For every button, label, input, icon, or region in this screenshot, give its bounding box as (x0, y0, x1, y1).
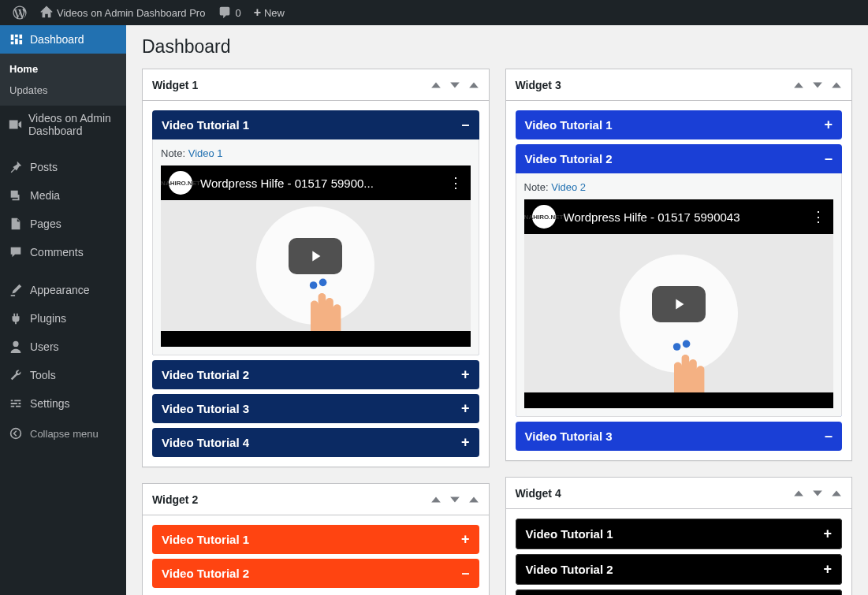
move-up-icon[interactable] (793, 488, 804, 499)
accordion-label: Video Tutorial 3 (162, 402, 249, 415)
video-title: Wordpress Hilfe - 01517 5990043 (564, 210, 804, 224)
widget-1: Widget 1 Video Tutorial 1 (142, 69, 490, 467)
expand-sign: + (461, 434, 470, 451)
accordion-header[interactable]: Video Tutorial 2 + (152, 360, 479, 389)
site-home-link[interactable]: Videos on Admin Dashboard Pro (33, 0, 211, 25)
menu-posts[interactable]: Posts (0, 153, 126, 181)
menu-users[interactable]: Users (0, 333, 126, 361)
accordion-header[interactable]: Video Tutorial 3 – (516, 422, 843, 451)
submenu-home[interactable]: Home (0, 58, 126, 80)
widget-4: Widget 4 Video Tutorial 1 (505, 477, 853, 595)
kebab-icon[interactable]: ⋮ (811, 208, 825, 225)
move-down-icon[interactable] (812, 488, 823, 499)
menu-settings[interactable]: Settings (0, 389, 126, 418)
menu-media[interactable]: Media (0, 181, 126, 210)
toggle-icon[interactable] (468, 494, 479, 505)
menu-label: Plugins (30, 312, 66, 325)
widget-3: Widget 3 Video Tutorial 1 (505, 69, 853, 461)
menu-plugins[interactable]: Plugins (0, 304, 126, 333)
video-note: Note: Video 1 (161, 147, 471, 159)
move-up-icon[interactable] (430, 494, 441, 505)
move-down-icon[interactable] (449, 494, 460, 505)
play-button[interactable] (289, 238, 342, 274)
menu-label: Posts (30, 161, 58, 173)
dashboard-content: Dashboard Widget 1 (126, 25, 868, 595)
admin-sidebar: Dashboard Home Updates Videos on Admin D… (0, 25, 126, 595)
menu-pages[interactable]: Pages (0, 210, 126, 238)
wp-logo[interactable] (6, 0, 33, 25)
page-title: Dashboard (142, 36, 852, 58)
play-button[interactable] (652, 286, 706, 322)
collapse-sign: – (461, 117, 469, 133)
accordion-header[interactable]: Video Tutorial 1 + (516, 519, 843, 549)
move-down-icon[interactable] (812, 80, 823, 91)
menu-label: Pages (30, 218, 61, 230)
comments-bubble[interactable]: 0 (211, 0, 247, 25)
accordion-header[interactable]: Video Tutorial 4 + (152, 428, 479, 457)
dashboard-submenu: Home Updates (0, 54, 126, 106)
move-down-icon[interactable] (449, 80, 460, 91)
widget-header: Widget 3 (506, 69, 852, 101)
site-title: Videos on Admin Dashboard Pro (54, 7, 205, 19)
expand-sign: + (823, 526, 832, 542)
accordion-item: Video Tutorial 1 + (152, 525, 479, 554)
accordion-item: Video Tutorial 4 + (152, 428, 479, 457)
comment-icon (8, 244, 24, 260)
widget-title: Widget 4 (516, 487, 794, 500)
menu-label: Settings (30, 397, 70, 410)
toggle-icon[interactable] (831, 488, 842, 499)
home-icon (39, 6, 54, 20)
new-content[interactable]: + New (248, 0, 291, 25)
channel-avatar: NAHIRO.NET (169, 171, 192, 195)
accordion-item: Video Tutorial 3 + (152, 394, 479, 423)
user-icon (8, 339, 24, 355)
move-up-icon[interactable] (793, 80, 804, 91)
svg-point-2 (319, 279, 327, 287)
sliders-icon (8, 396, 24, 411)
submenu-updates[interactable]: Updates (0, 80, 126, 101)
menu-tools[interactable]: Tools (0, 361, 126, 389)
accordion-label: Video Tutorial 2 (162, 567, 249, 580)
expand-sign: + (461, 366, 470, 383)
video-embed[interactable]: NAHIRO.NET Wordpress Hilfe - 01517 59900… (161, 165, 471, 347)
menu-dashboard[interactable]: Dashboard (0, 25, 126, 54)
collapse-sign: – (461, 565, 469, 582)
channel-avatar: NAHIRO.NET (532, 205, 556, 229)
accordion-header[interactable]: Video Tutorial 1 – (152, 110, 479, 139)
move-up-icon[interactable] (430, 80, 441, 91)
accordion-header[interactable]: Video Tutorial 3 + (152, 394, 479, 423)
expand-sign: + (461, 531, 470, 548)
accordion-header[interactable]: Video Tutorial 1 + (152, 525, 479, 554)
collapse-label: Collapse menu (30, 428, 99, 440)
toggle-icon[interactable] (468, 80, 479, 91)
accordion-header[interactable]: Video Tutorial 2 – (516, 144, 843, 173)
accordion-header[interactable]: Video Tutorial 2 + (516, 554, 843, 585)
menu-comments[interactable]: Comments (0, 238, 126, 266)
expand-sign: + (461, 400, 470, 417)
accordion-label: Video Tutorial 1 (162, 118, 249, 132)
collapse-menu[interactable]: Collapse menu (0, 418, 126, 449)
video-embed[interactable]: NAHIRO.NET Wordpress Hilfe - 01517 59900… (524, 199, 834, 408)
toggle-icon[interactable] (831, 80, 842, 91)
menu-videos-plugin[interactable]: Videos on Admin Dashboard (0, 106, 126, 143)
menu-appearance[interactable]: Appearance (0, 276, 126, 304)
accordion-label: Video Tutorial 2 (526, 563, 613, 576)
note-link[interactable]: Video 2 (551, 181, 586, 193)
accordion-header[interactable]: Video Tutorial 3 + (516, 589, 843, 595)
accordion-item: Video Tutorial 3 – (516, 422, 843, 451)
comments-count: 0 (235, 7, 240, 19)
menu-label: Users (30, 340, 59, 353)
note-link[interactable]: Video 1 (188, 147, 223, 159)
accordion-item: Video Tutorial 1 + (516, 110, 843, 139)
accordion-item: Video Tutorial 2 + (516, 554, 843, 585)
page-icon (8, 216, 24, 232)
accordion-header[interactable]: Video Tutorial 2 – (152, 559, 479, 588)
new-label: New (264, 7, 285, 19)
svg-point-4 (683, 340, 691, 348)
accordion-label: Video Tutorial 1 (525, 118, 613, 132)
accordion-item: Video Tutorial 1 + (516, 519, 843, 549)
kebab-icon[interactable]: ⋮ (449, 174, 463, 192)
accordion-item: Video Tutorial 1 – Note: Video 1 (152, 110, 479, 355)
accordion-header[interactable]: Video Tutorial 1 + (516, 110, 843, 139)
plug-icon (8, 311, 24, 326)
